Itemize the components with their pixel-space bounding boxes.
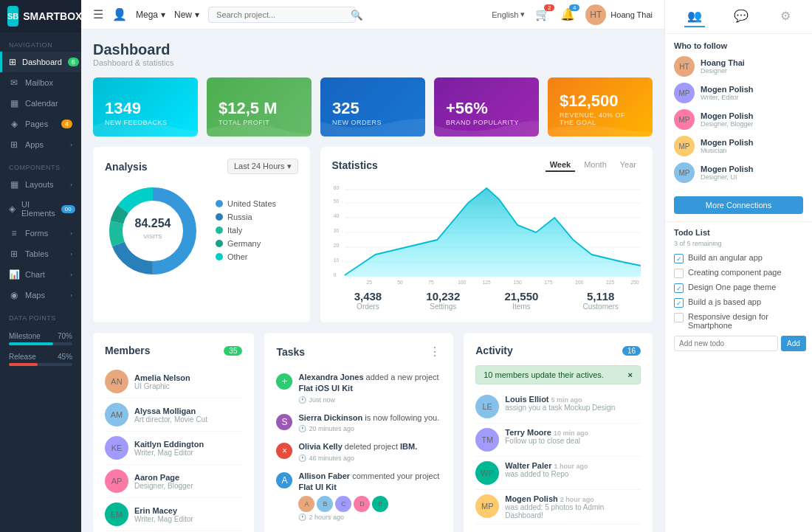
user-info[interactable]: HT Hoang Thai (585, 4, 653, 25)
activity-item-0: LE Louis Elliot 5 min ago assign you a t… (475, 390, 641, 424)
todo-check-0[interactable]: ✓ (674, 254, 684, 263)
search-button[interactable]: 🔍 (351, 9, 363, 20)
hamburger-icon[interactable]: ☰ (93, 7, 103, 21)
more-connections-button[interactable]: More Connections (674, 196, 803, 214)
sidebar-item-mailbox[interactable]: ✉ Mailbox (0, 72, 81, 93)
member-avatar-2: KE (105, 436, 128, 460)
sidebar-item-calendar[interactable]: ▦ Calendar (0, 93, 81, 114)
legend-russia: Russia (216, 213, 276, 221)
svg-text:200: 200 (575, 278, 583, 284)
svg-text:20: 20 (333, 241, 338, 249)
stat-card-profit: $12,5 M TOTAL PROFIT (207, 77, 312, 137)
svg-text:60: 60 (333, 184, 338, 191)
todo-check-1[interactable]: ✓ (674, 269, 684, 278)
user-nav-icon[interactable]: 👤 (112, 7, 127, 21)
sidebar: SB SMARTBOX Navigation ⊞ Dashboard 6 ✉ M… (0, 0, 81, 532)
stat-card-orders: 325 NEW ORDERS (320, 77, 425, 137)
tab-year[interactable]: Year (616, 159, 641, 172)
activity-item-3: MP Mogen Polish 2 hour ago was added: 5 … (475, 490, 641, 525)
mini-avatar-3: D (354, 496, 370, 512)
mailbox-icon: ✉ (9, 77, 19, 88)
add-todo-input[interactable] (674, 336, 778, 351)
sidebar-item-maps[interactable]: ◉ Maps › (0, 285, 81, 305)
tab-month[interactable]: Month (579, 159, 611, 172)
follow-avatar-2: MP (674, 109, 695, 130)
pages-badge: 4 (61, 120, 72, 128)
mini-avatar-1: B (317, 496, 333, 512)
members-title: Members (105, 345, 150, 356)
todo-item-1: ✓ Creating component page (674, 268, 803, 278)
todo-check-4[interactable]: ✓ (674, 313, 684, 322)
user-name: Hoang Thai (610, 10, 653, 19)
sidebar-item-apps[interactable]: ⊞ Apps › (0, 134, 81, 155)
alert-close[interactable]: × (628, 370, 633, 379)
release-fill (9, 363, 38, 366)
follow-avatar-0: HT (674, 56, 695, 77)
rp-tab-users[interactable]: 👥 (684, 6, 705, 27)
maps-icon: ◉ (9, 290, 19, 300)
new-dropdown[interactable]: New ▾ (174, 10, 199, 20)
activity-avatar-2: WP (475, 461, 499, 485)
svg-text:100: 100 (458, 278, 466, 284)
mega-dropdown[interactable]: Mega ▾ (136, 10, 165, 20)
analysis-period[interactable]: Last 24 Hours ▾ (227, 159, 298, 174)
todo-check-3[interactable]: ✓ (674, 298, 684, 308)
notification-badge: 4 (569, 4, 579, 11)
analysis-card: Analysis Last 24 Hours ▾ 84.254 (93, 147, 310, 322)
add-todo-button[interactable]: Add (781, 336, 806, 351)
stat-tabs: Week Month Year (546, 159, 641, 172)
sidebar-item-tables[interactable]: ⊞ Tables › (0, 243, 81, 264)
svg-text:125: 125 (482, 278, 490, 284)
apps-chevron: › (70, 142, 72, 148)
topnav-right: English ▾ 🛒 2 🔔 4 HT Hoang Thai (492, 4, 653, 25)
member-item-1: AM Alyssa Molligan Art director, Movie C… (105, 398, 242, 432)
search-input[interactable] (208, 7, 356, 23)
svg-text:225: 225 (606, 278, 614, 284)
rp-tab-chat[interactable]: 💬 (731, 6, 751, 27)
sidebar-item-dashboard[interactable]: ⊞ Dashboard 6 (0, 52, 81, 72)
activity-avatar-0: LE (475, 395, 499, 418)
forms-icon: ≡ (9, 228, 19, 238)
todo-title: Todo List (674, 228, 803, 237)
follow-item-1: MP Mogen Polish Writer, Editor (674, 83, 803, 103)
member-item-2: KE Kaitlyn Eddington Writer, Mag Editor (105, 432, 242, 465)
tab-week[interactable]: Week (546, 159, 576, 172)
milestone-label: Milestone 70% (9, 332, 72, 340)
sidebar-item-layouts[interactable]: ▦ Layouts › (0, 174, 81, 195)
notification-button[interactable]: 🔔 4 (560, 7, 575, 21)
follow-item-4: MP Mogen Polish Designer, UI (674, 162, 803, 183)
release-label: Release 45% (9, 353, 72, 361)
task-avatars: A B C D E (298, 496, 441, 512)
legend-dot-germany (216, 240, 223, 247)
layouts-icon: ▦ (9, 179, 19, 190)
ui-badge: 00 (61, 205, 75, 213)
middle-row: Analysis Last 24 Hours ▾ 84.254 (93, 147, 653, 322)
cart-badge: 2 (544, 4, 554, 11)
mini-avatar-4: E (372, 496, 388, 512)
svg-text:25: 25 (366, 278, 371, 284)
task-icon-2: × (276, 443, 292, 459)
todo-subtitle: 3 of 5 remaining (674, 240, 803, 247)
legend-us: United States (216, 199, 276, 208)
language-selector[interactable]: English ▾ (492, 10, 525, 19)
cart-button[interactable]: 🛒 2 (535, 7, 550, 21)
member-avatar-0: AN (105, 370, 128, 393)
member-item-4: EM Erin Macey Writer, Mag Editor (105, 498, 242, 531)
sidebar-item-forms[interactable]: ≡ Forms › (0, 223, 81, 243)
tasks-menu[interactable]: ⋮ (429, 345, 441, 359)
svg-text:150: 150 (513, 278, 521, 284)
page-subtitle: Dashboard & statistics (93, 58, 653, 67)
todo-check-2[interactable]: ✓ (674, 283, 684, 293)
stat-card-revenue: $12,500 REVENUE, 40% OF THE GOAL (548, 77, 653, 137)
sidebar-item-ui-elements[interactable]: ◈ UI Elements 00 (0, 195, 81, 223)
rp-tab-settings[interactable]: ⚙ (777, 6, 794, 27)
data-points-section: Milestone 70% Release 45% (0, 325, 81, 381)
stat-orders: 3,438 Orders (354, 290, 382, 311)
sidebar-item-pages[interactable]: ◈ Pages 4 (0, 114, 81, 134)
svg-text:250: 250 (630, 278, 639, 284)
sidebar-item-chart[interactable]: 📊 Chart › (0, 264, 81, 285)
statistics-header: Statistics Week Month Year (332, 159, 641, 172)
tasks-card: Tasks ⋮ + Alexandra Jones added a new pr… (264, 333, 453, 532)
milestone-progress (9, 342, 72, 345)
mini-avatar-2: C (335, 496, 351, 512)
